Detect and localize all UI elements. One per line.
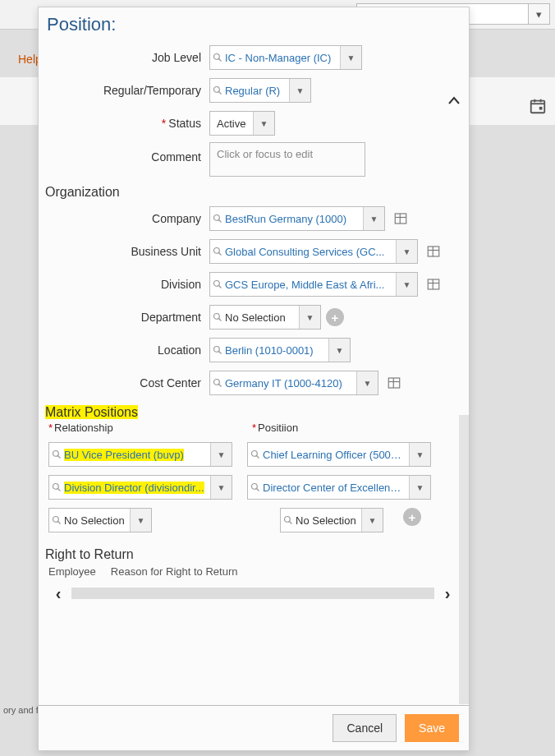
matrix-columns: Relationship Positiion [45,422,461,434]
search-icon [210,279,225,289]
search-icon [210,345,225,355]
svg-rect-16 [428,247,439,256]
chevron-down-icon[interactable]: ▼ [396,240,417,263]
label-company: Company [45,212,209,225]
chevron-down-icon[interactable]: ▼ [210,476,232,499]
position-picker[interactable]: Chief Learning Officer (500142... ▼ [247,442,431,467]
chevron-down-icon[interactable]: ▼ [356,371,378,394]
department-picker[interactable]: No Selection ▼ [209,305,321,330]
chevron-down-icon[interactable]: ▼ [363,207,384,230]
dialog-title: Position: [39,7,469,39]
details-icon[interactable] [385,374,403,392]
cancel-button[interactable]: Cancel [333,714,397,742]
label-location: Location [45,343,209,357]
chevron-down-icon[interactable]: ▼ [396,273,417,296]
search-icon [49,449,64,459]
rtr-heading: Right to Return [45,547,461,562]
svg-point-35 [252,451,258,457]
calendar-icon[interactable] [529,97,547,115]
matrix-row: Division Director (divisiondir... ▼ Dire… [45,475,461,500]
status-select[interactable]: Active ▼ [209,111,275,136]
matrix-heading-text: Matrix Positions [45,405,138,419]
label-comment: Comment [45,142,209,164]
regular-value: Regular (R) [225,85,289,97]
label-status: Status [45,117,209,130]
chevron-down-icon[interactable]: ▼ [340,46,361,69]
search-icon [248,482,263,492]
company-value: BestRun Germany (1000) [225,213,363,225]
relationship-picker[interactable]: BU Vice President (buvp) ▼ [48,442,232,467]
svg-point-39 [252,484,258,490]
svg-rect-4 [539,107,543,110]
comment-input[interactable]: Click or focus to edit [209,142,365,177]
position-value: No Selection [296,514,361,527]
details-icon[interactable] [424,275,443,293]
col-relationship: Relationship [48,422,113,434]
collapse-section-button[interactable] [446,93,462,109]
search-icon [210,85,225,95]
position-value: Chief Learning Officer (500142... [263,449,409,461]
vertical-scrollbar[interactable] [459,415,469,704]
chevron-down-icon[interactable]: ▼ [299,306,320,329]
svg-point-7 [214,87,220,93]
search-icon [49,482,64,492]
relationship-picker[interactable]: No Selection ▼ [48,508,152,532]
svg-rect-0 [531,101,545,113]
row-job-level: Job Level IC - Non-Manager (IC) ▼ [45,44,461,71]
business-unit-picker[interactable]: Global Consulting Services (GC... ▼ [209,239,418,264]
organization-heading: Organization [45,185,461,200]
relationship-picker[interactable]: Division Director (divisiondir... ▼ [48,475,232,500]
add-department-button[interactable]: + [326,308,344,326]
chevron-down-icon[interactable]: ▼ [289,79,310,102]
add-matrix-row-button[interactable]: + [403,508,421,526]
division-value: GCS Europe, Middle East & Afri... [225,279,396,291]
row-business-unit: Business Unit Global Consulting Services… [45,237,461,265]
svg-point-5 [214,54,220,60]
scroll-track[interactable] [71,588,434,599]
scroll-left-button[interactable]: ‹ [48,583,68,603]
svg-line-27 [219,352,222,354]
label-department: Department [45,311,209,324]
relationship-value: BU Vice President (buvp) [64,449,210,461]
job-level-picker[interactable]: IC - Non-Manager (IC) ▼ [209,45,362,70]
chevron-down-icon[interactable]: ▼ [409,443,430,466]
svg-point-41 [53,517,59,523]
status-value: Active [210,118,253,130]
cost-center-picker[interactable]: Germany IT (1000-4120) ▼ [209,371,378,395]
chevron-down-icon[interactable]: ▼ [253,112,274,135]
division-picker[interactable]: GCS Europe, Middle East & Afri... ▼ [209,272,418,297]
chevron-down-icon[interactable]: ▼ [130,509,151,532]
details-icon[interactable] [424,242,443,260]
label-job-level: Job Level [45,51,209,64]
position-picker[interactable]: Director Center of Excellence ... ▼ [247,475,431,500]
location-value: Berlin (1010-0001) [225,344,328,357]
position-value: Director Center of Excellence ... [263,482,409,494]
search-icon [210,378,225,388]
position-picker[interactable]: No Selection ▼ [280,508,383,532]
regular-picker[interactable]: Regular (R) ▼ [209,78,311,103]
global-search-dropdown[interactable]: ▾ [529,3,550,25]
search-icon [210,214,225,224]
svg-line-8 [219,92,222,94]
chevron-down-icon[interactable]: ▼ [210,443,232,466]
svg-point-14 [214,248,220,254]
relationship-value: Division Director (divisiondir... [64,482,210,494]
svg-line-38 [58,489,61,491]
svg-point-19 [214,281,220,287]
chevron-down-icon[interactable]: ▼ [409,476,430,499]
chevron-down-icon[interactable]: ▼ [361,509,383,532]
relationship-value: No Selection [64,514,130,527]
svg-line-25 [219,319,222,321]
company-picker[interactable]: BestRun Germany (1000) ▼ [209,206,385,231]
business-unit-value: Global Consulting Services (GC... [225,246,396,258]
location-picker[interactable]: Berlin (1010-0001) ▼ [209,338,351,362]
svg-point-33 [53,451,59,457]
comment-placeholder: Click or focus to edit [217,148,313,160]
save-button[interactable]: Save [405,714,459,742]
details-icon[interactable] [392,210,410,228]
scroll-right-button[interactable]: › [438,583,457,603]
label-regular: Regular/Temporary [45,84,209,97]
chevron-down-icon[interactable]: ▼ [328,339,350,362]
row-comment: Comment Click or focus to edit [45,142,461,177]
chevron-down-icon: ▾ [536,8,542,21]
